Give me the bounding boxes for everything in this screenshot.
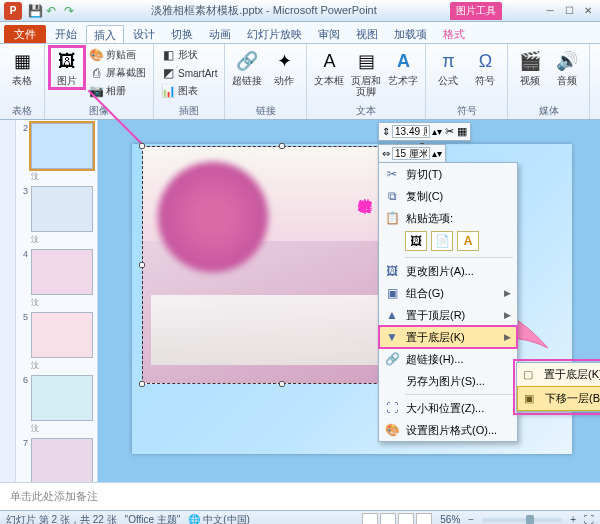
- status-slide: 幻灯片 第 2 张，共 22 张: [6, 513, 117, 525]
- header-footer-button[interactable]: ▤页眉和页脚: [349, 47, 383, 99]
- tab-transitions[interactable]: 切换: [164, 25, 200, 43]
- status-lang[interactable]: 🌐 中文(中国): [188, 513, 249, 525]
- textbox-button[interactable]: A文本框: [312, 47, 346, 88]
- group-text: A文本框 ▤页眉和页脚 A艺术字 文本: [307, 44, 426, 119]
- redo-icon[interactable]: ↷: [64, 4, 78, 18]
- clipart-button[interactable]: 🎨剪贴画: [87, 47, 148, 63]
- tab-addins[interactable]: 加载项: [387, 25, 434, 43]
- screenshot-icon: ⎙: [89, 66, 103, 80]
- menu-cut[interactable]: ✂剪切(T): [379, 163, 517, 185]
- submenu-send-to-back[interactable]: ▢置于底层(K): [517, 363, 600, 386]
- view-normal[interactable]: [362, 513, 378, 525]
- zoom-slider[interactable]: [482, 518, 562, 522]
- wordart-button[interactable]: A艺术字: [386, 47, 420, 88]
- close-icon[interactable]: ✕: [580, 4, 596, 18]
- picture-icon: 🖼: [55, 49, 79, 73]
- ribbon-tabs: 文件 开始 插入 设计 切换 动画 幻灯片放映 审阅 视图 加载项 格式: [0, 22, 600, 44]
- chevron-right-icon: ▶: [504, 332, 511, 342]
- table-button[interactable]: ▦ 表格: [5, 47, 39, 88]
- submenu-send-backward[interactable]: ▣下移一层(B): [517, 386, 600, 411]
- chart-button[interactable]: 📊图表: [159, 83, 219, 99]
- thumbnail-5[interactable]: 5汶: [18, 312, 95, 371]
- menu-send-back[interactable]: ▼置于底层(K)▶: [379, 326, 517, 348]
- table-icon: ▦: [10, 49, 34, 73]
- size-icon: ⛶: [383, 400, 401, 416]
- zoom-out[interactable]: −: [468, 514, 474, 524]
- bring-front-icon: ▲: [383, 307, 401, 323]
- audio-button[interactable]: 🔊音频: [550, 47, 584, 88]
- equation-button[interactable]: π公式: [431, 47, 465, 88]
- group-images: 🖼 图片 🎨剪贴画 ⎙屏幕截图 📷相册 图像: [45, 44, 154, 119]
- picture-button[interactable]: 🖼 图片: [50, 47, 84, 88]
- fit-icon[interactable]: ⛶: [584, 514, 594, 524]
- group-links: 🔗 超链接 ✦ 动作 链接: [225, 44, 307, 119]
- tab-home[interactable]: 开始: [48, 25, 84, 43]
- menu-bring-front[interactable]: ▲置于顶层(R)▶: [379, 304, 517, 326]
- save-icon[interactable]: 💾: [28, 4, 42, 18]
- menu-paste-label: 📋粘贴选项:: [379, 207, 517, 229]
- tab-insert[interactable]: 插入: [86, 25, 124, 43]
- minimize-icon[interactable]: ─: [542, 4, 558, 18]
- crop-icon[interactable]: ✂: [445, 125, 454, 138]
- paste-options: 🖼 📄 A: [379, 229, 517, 255]
- zoom-label[interactable]: 56%: [440, 514, 460, 524]
- maximize-icon[interactable]: ☐: [561, 4, 577, 18]
- thumbnail-list[interactable]: 2汶 3汶 4汶 5汶 6汶 7汶 8汶: [16, 120, 97, 482]
- tab-slideshow[interactable]: 幻灯片放映: [240, 25, 309, 43]
- undo-icon[interactable]: ↶: [46, 4, 60, 18]
- tab-review[interactable]: 审阅: [311, 25, 347, 43]
- album-button[interactable]: 📷相册: [87, 83, 148, 99]
- thumbnail-6[interactable]: 6汶: [18, 375, 95, 434]
- view-sorter[interactable]: [380, 513, 396, 525]
- app-icon[interactable]: P: [4, 2, 22, 20]
- zoom-in[interactable]: +: [570, 514, 576, 524]
- symbol-button[interactable]: Ω符号: [468, 47, 502, 88]
- chart-icon: 📊: [161, 84, 175, 98]
- hyperlink-icon: 🔗: [235, 49, 259, 73]
- menu-group[interactable]: ▣组合(G)▶: [379, 282, 517, 304]
- chevron-right-icon: ▶: [504, 288, 511, 298]
- notes-pane[interactable]: 单击此处添加备注: [0, 482, 600, 510]
- format-icon: 🎨: [383, 422, 401, 438]
- smartart-button[interactable]: ◩SmartArt: [159, 65, 219, 81]
- width-field[interactable]: [392, 147, 430, 160]
- textbox-icon: A: [317, 49, 341, 73]
- send-back-icon: ▢: [523, 368, 539, 381]
- group-symbols: π公式 Ω符号 符号: [426, 44, 508, 119]
- menu-copy[interactable]: ⧉复制(C): [379, 185, 517, 207]
- more-icon[interactable]: ▦: [457, 125, 467, 138]
- shapes-button[interactable]: ◧形状: [159, 47, 219, 63]
- size-toolbar-2: ⇔▴▾: [378, 144, 446, 163]
- thumbnail-2[interactable]: 2汶: [18, 123, 95, 182]
- video-button[interactable]: 🎬视频: [513, 47, 547, 88]
- hyperlink-button[interactable]: 🔗 超链接: [230, 47, 264, 88]
- tab-design[interactable]: 设计: [126, 25, 162, 43]
- screenshot-button[interactable]: ⎙屏幕截图: [87, 65, 148, 81]
- menu-size-position[interactable]: ⛶大小和位置(Z)...: [379, 397, 517, 419]
- height-field[interactable]: [392, 125, 430, 138]
- paste-icon: 📋: [383, 210, 401, 226]
- view-reading[interactable]: [398, 513, 414, 525]
- group-media: 🎬视频 🔊音频 媒体: [508, 44, 590, 119]
- menu-save-as-picture[interactable]: 另存为图片(S)...: [379, 370, 517, 392]
- thumbnail-tabs[interactable]: [0, 120, 16, 482]
- tab-animations[interactable]: 动画: [202, 25, 238, 43]
- tab-file[interactable]: 文件: [4, 25, 46, 43]
- thumbnail-3[interactable]: 3汶: [18, 186, 95, 245]
- equation-icon: π: [436, 49, 460, 73]
- paste-option-3[interactable]: A: [457, 231, 479, 251]
- menu-change-picture[interactable]: 🖼更改图片(A)...: [379, 260, 517, 282]
- thumbnail-4[interactable]: 4汶: [18, 249, 95, 308]
- view-slideshow[interactable]: [416, 513, 432, 525]
- slide-canvas[interactable]: 单击右键 ⇕▴▾ ✂ ▦ ⇔▴▾ ✂剪切(T) ⧉复制(C) 📋粘贴选项: 🖼 …: [98, 120, 600, 482]
- paste-option-1[interactable]: 🖼: [405, 231, 427, 251]
- menu-format-picture[interactable]: 🎨设置图片格式(O)...: [379, 419, 517, 441]
- thumbnail-7[interactable]: 7汶: [18, 438, 95, 482]
- tab-format[interactable]: 格式: [436, 25, 472, 43]
- main-area: 2汶 3汶 4汶 5汶 6汶 7汶 8汶 单击右键 ⇕▴▾: [0, 120, 600, 482]
- tab-view[interactable]: 视图: [349, 25, 385, 43]
- action-button[interactable]: ✦ 动作: [267, 47, 301, 88]
- menu-hyperlink[interactable]: 🔗超链接(H)...: [379, 348, 517, 370]
- clipart-icon: 🎨: [89, 48, 103, 62]
- paste-option-2[interactable]: 📄: [431, 231, 453, 251]
